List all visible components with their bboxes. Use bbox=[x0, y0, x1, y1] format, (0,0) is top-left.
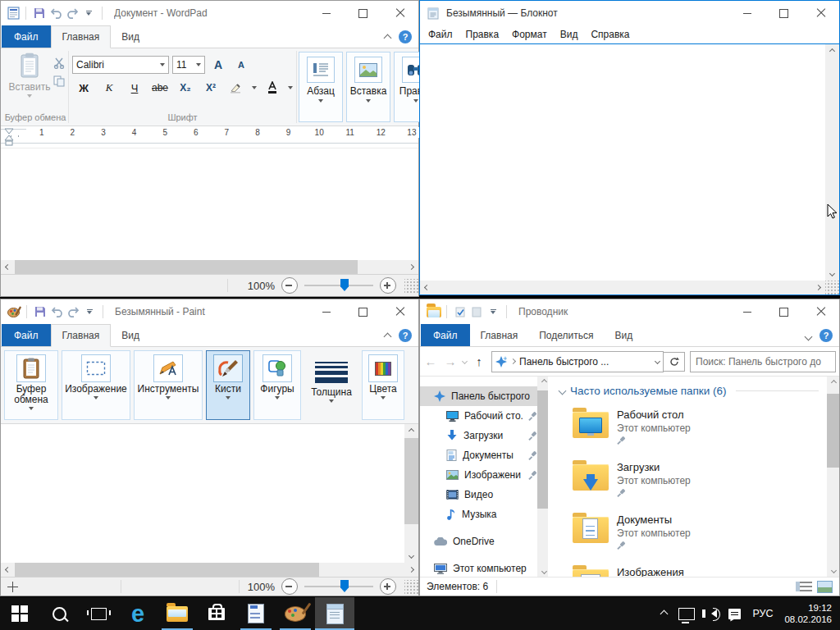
scroll-right-icon[interactable] bbox=[404, 563, 418, 577]
wordpad-horizontal-scrollbar[interactable] bbox=[1, 260, 418, 274]
new-folder-button[interactable] bbox=[468, 303, 485, 321]
tab-home[interactable]: Главная bbox=[51, 25, 112, 48]
menu-edit[interactable]: Правка bbox=[459, 29, 506, 40]
clock[interactable]: 19:12 08.02.2016 bbox=[784, 602, 832, 625]
customize-quick-access-button[interactable] bbox=[485, 303, 501, 321]
help-icon[interactable]: ? bbox=[819, 329, 833, 342]
scroll-up-icon[interactable] bbox=[827, 377, 840, 389]
scroll-up-icon[interactable] bbox=[404, 424, 418, 438]
up-icon[interactable]: ↑ bbox=[472, 354, 486, 368]
store-button[interactable] bbox=[197, 597, 236, 630]
menu-help[interactable]: Справка bbox=[584, 29, 636, 40]
action-center-icon[interactable] bbox=[728, 609, 741, 619]
collapse-ribbon-icon[interactable] bbox=[384, 333, 392, 341]
minimize-button[interactable] bbox=[728, 299, 765, 324]
sidebar-item-pictures[interactable]: Изображени bbox=[420, 465, 537, 485]
shrink-font-button[interactable]: A bbox=[231, 57, 251, 73]
search-input[interactable]: Поиск: Панель быстрого до bbox=[690, 351, 836, 372]
sidebar-item-onedrive[interactable]: OneDrive bbox=[420, 532, 537, 551]
paragraph-button[interactable]: Абзац bbox=[299, 52, 343, 122]
brushes-tool[interactable]: Кисти bbox=[206, 350, 250, 420]
tab-file[interactable]: Файл bbox=[421, 324, 470, 346]
font-color-button[interactable] bbox=[262, 80, 282, 96]
folder-item-pictures[interactable]: Изображения bbox=[573, 565, 827, 577]
minimize-button[interactable] bbox=[308, 299, 345, 324]
tab-share[interactable]: Поделиться bbox=[528, 324, 604, 346]
undo-button[interactable] bbox=[48, 4, 64, 22]
menu-view[interactable]: Вид bbox=[554, 29, 585, 40]
task-view-button[interactable] bbox=[79, 597, 118, 630]
indent-markers[interactable] bbox=[4, 128, 14, 146]
underline-button[interactable]: Ч bbox=[125, 80, 144, 96]
grow-font-button[interactable]: A bbox=[208, 57, 228, 73]
tab-home[interactable]: Главная bbox=[470, 324, 529, 346]
italic-button[interactable]: К bbox=[99, 80, 119, 96]
insert-button[interactable]: Вставка bbox=[346, 52, 390, 122]
edge-button[interactable]: e bbox=[118, 597, 158, 630]
start-button[interactable] bbox=[0, 597, 39, 630]
cut-icon[interactable] bbox=[53, 57, 65, 69]
close-button[interactable] bbox=[381, 1, 418, 25]
sidebar-item-videos[interactable]: Видео bbox=[420, 485, 537, 504]
bold-button[interactable]: Ж bbox=[74, 80, 94, 96]
group-header[interactable]: Часто используемые папки (6) bbox=[559, 385, 827, 397]
font-name-combo[interactable]: Calibri bbox=[72, 56, 169, 74]
zoom-in-button[interactable] bbox=[380, 578, 396, 595]
wordpad-document-area[interactable] bbox=[1, 148, 418, 260]
tab-file[interactable]: Файл bbox=[2, 25, 51, 48]
font-size-combo[interactable]: 11 bbox=[172, 56, 205, 74]
recent-locations-icon[interactable] bbox=[462, 358, 468, 364]
taskbar-notepad-button[interactable] bbox=[315, 597, 354, 630]
address-bar[interactable]: Панель быстрого ... bbox=[491, 351, 664, 372]
paint-horizontal-scrollbar[interactable] bbox=[1, 563, 418, 577]
help-icon[interactable]: ? bbox=[399, 329, 412, 342]
content-scrollbar[interactable] bbox=[827, 377, 839, 577]
menu-file[interactable]: Файл bbox=[422, 29, 459, 40]
back-icon[interactable]: ← bbox=[423, 354, 438, 368]
close-button[interactable] bbox=[381, 299, 418, 324]
superscript-button[interactable]: X² bbox=[201, 80, 221, 96]
help-icon[interactable]: ? bbox=[399, 30, 412, 43]
notepad-titlebar[interactable]: Безымянный — Блокнот bbox=[420, 1, 839, 25]
scroll-right-icon[interactable] bbox=[811, 281, 825, 294]
copy-icon[interactable] bbox=[53, 75, 65, 87]
zoom-slider[interactable] bbox=[304, 586, 373, 587]
taskbar-wordpad-button[interactable] bbox=[236, 597, 276, 630]
clipboard-tool[interactable]: Буфер обмена bbox=[4, 350, 58, 420]
customize-quick-access-button[interactable] bbox=[80, 4, 97, 22]
large-icons-view-icon[interactable] bbox=[817, 581, 833, 593]
taskbar-search-button[interactable] bbox=[39, 597, 79, 630]
tab-view[interactable]: Вид bbox=[111, 324, 150, 346]
language-indicator[interactable]: РУС bbox=[752, 608, 773, 619]
zoom-slider[interactable] bbox=[304, 285, 373, 286]
details-view-icon[interactable] bbox=[796, 582, 812, 591]
navigation-pane-scrollbar[interactable] bbox=[537, 377, 548, 577]
sidebar-item-downloads[interactable]: Загрузки bbox=[420, 426, 537, 445]
taskbar-explorer-button[interactable] bbox=[158, 597, 197, 630]
folder-item-desktop[interactable]: Рабочий стол Этот компьютер bbox=[573, 408, 827, 450]
maximize-button[interactable] bbox=[345, 1, 381, 25]
minimize-button[interactable] bbox=[728, 1, 765, 25]
tab-view[interactable]: Вид bbox=[111, 25, 150, 48]
maximize-button[interactable] bbox=[765, 299, 802, 324]
save-button[interactable] bbox=[31, 4, 48, 22]
resize-grip[interactable] bbox=[404, 279, 418, 293]
scroll-left-icon[interactable] bbox=[420, 281, 434, 294]
paint-titlebar[interactable]: Безымянный - Paint bbox=[1, 299, 418, 324]
resize-grip[interactable] bbox=[825, 281, 839, 294]
menu-format[interactable]: Формат bbox=[505, 29, 554, 40]
zoom-out-button[interactable] bbox=[281, 277, 298, 294]
resize-grip[interactable] bbox=[404, 580, 418, 594]
redo-button[interactable] bbox=[65, 303, 81, 321]
zoom-in-button[interactable] bbox=[380, 277, 396, 294]
shapes-tool[interactable]: Фигуры bbox=[253, 350, 301, 420]
volume-icon[interactable] bbox=[711, 609, 717, 618]
maximize-button[interactable] bbox=[765, 1, 802, 25]
forward-icon[interactable]: → bbox=[443, 354, 458, 368]
save-button[interactable] bbox=[32, 303, 48, 321]
subscript-button[interactable]: X₂ bbox=[176, 80, 195, 96]
tab-view[interactable]: Вид bbox=[604, 324, 643, 346]
folder-item-downloads[interactable]: Загрузки Этот компьютер bbox=[573, 460, 827, 502]
notepad-horizontal-scrollbar[interactable] bbox=[420, 281, 825, 294]
scroll-right-icon[interactable] bbox=[404, 260, 418, 274]
